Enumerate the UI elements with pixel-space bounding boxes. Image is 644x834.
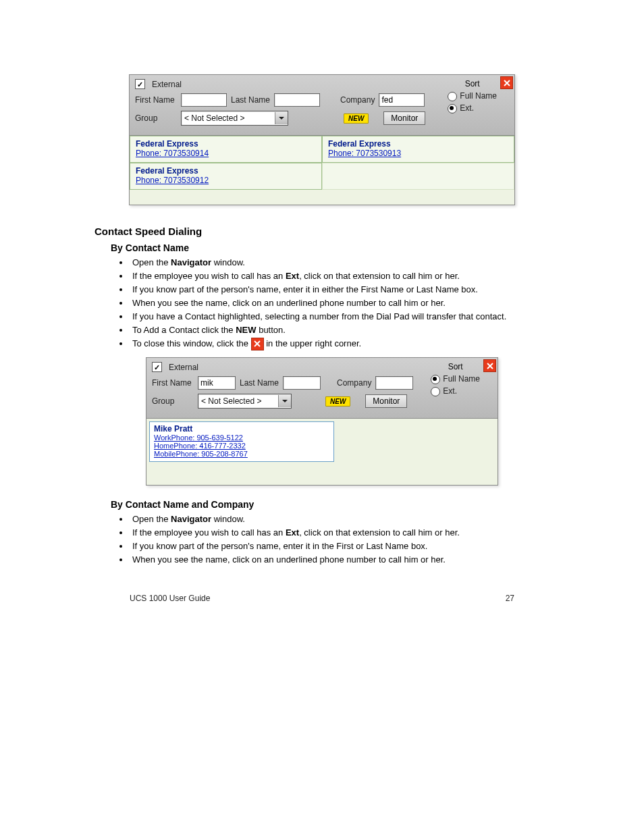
firstname-input[interactable] [181, 93, 227, 107]
bullet-list-b: Open the Navigator window. If the employ… [119, 513, 549, 567]
external-checkbox[interactable]: ✓ [135, 79, 145, 89]
phone-link[interactable]: Phone: 7073530912 [136, 176, 316, 185]
bullet-item: To Add a Contact click the NEW button. [130, 323, 549, 337]
close-icon[interactable] [500, 76, 513, 89]
bullet-item: When you see the name, click on an under… [130, 296, 549, 310]
bullet-item: Open the Navigator window. [130, 513, 549, 526]
radio-ext[interactable] [448, 104, 457, 113]
new-button[interactable]: NEW [344, 113, 369, 124]
bullet-item: If you know part of the person's name, e… [130, 283, 549, 296]
radio-ext-label: Ext. [443, 386, 457, 396]
phone-link[interactable]: Phone: 7073530914 [136, 149, 316, 158]
sort-group: Sort Full Name Ext. [431, 361, 480, 397]
navigator-panel-2: ✓ External First Name Last Name Company … [146, 357, 498, 486]
bullet-item: If you know part of the person's name, e… [130, 540, 549, 553]
firstname-label: First Name [135, 95, 177, 105]
result-title: Federal Express [136, 139, 316, 149]
lastname-input[interactable] [274, 93, 320, 107]
radio-ext[interactable] [431, 387, 440, 396]
result-title: Federal Express [328, 139, 508, 149]
external-checkbox[interactable]: ✓ [152, 362, 162, 372]
bullet-item: If you have a Contact highlighted, selec… [130, 310, 549, 323]
radio-ext-label: Ext. [460, 103, 474, 113]
sort-label: Sort [448, 78, 497, 90]
bullet-list-a: Open the Navigator window. If the employ… [119, 256, 549, 350]
page-footer: UCS 1000 User Guide 27 [130, 573, 514, 610]
footer-page: 27 [506, 594, 514, 603]
monitor-button[interactable]: Monitor [365, 394, 407, 408]
group-select[interactable]: < Not Selected > [198, 394, 292, 409]
results-pad [130, 190, 514, 205]
mobilephone-link[interactable]: MobilePhone: 905-208-8767 [154, 450, 329, 458]
external-label: External [169, 363, 198, 372]
bullet-item: If the employee you wish to call has an … [130, 269, 549, 283]
firstname-label: First Name [152, 378, 194, 388]
monitor-button[interactable]: Monitor [383, 111, 425, 125]
company-label: Company [340, 95, 375, 105]
bullet-item: To close this window, click the in the u… [130, 337, 549, 350]
navigator-panel-1: ✓ External First Name Last Name Company … [129, 74, 515, 205]
new-button[interactable]: NEW [325, 396, 350, 407]
group-select[interactable]: < Not Selected > [181, 111, 288, 126]
panel-header: ✓ External First Name Last Name Company … [146, 358, 498, 419]
close-icon[interactable] [483, 359, 496, 372]
lastname-input[interactable] [283, 376, 321, 390]
result-item[interactable]: Federal Express Phone: 7073530913 [322, 136, 514, 163]
result-item[interactable]: Federal Express Phone: 7073530912 [130, 163, 322, 190]
radio-fullname[interactable] [448, 92, 457, 101]
group-value: < Not Selected > [182, 113, 275, 123]
phone-link[interactable]: Phone: 7073530913 [328, 149, 508, 158]
heading-sub-b: By Contact Name and Company [111, 499, 549, 510]
result-card[interactable]: Mike Pratt WorkPhone: 905-639-5122 HomeP… [149, 421, 334, 462]
footer-title: UCS 1000 User Guide [130, 594, 210, 603]
company-input[interactable] [375, 376, 413, 390]
radio-fullname-label: Full Name [443, 374, 480, 384]
company-input[interactable] [379, 93, 425, 107]
close-icon [251, 338, 264, 350]
chevron-down-icon [278, 395, 291, 407]
heading-sub-a: By Contact Name [111, 242, 549, 253]
sort-label: Sort [431, 361, 480, 373]
results-grid: Federal Express Phone: 7073530914 Federa… [130, 136, 514, 190]
lastname-label: Last Name [231, 95, 270, 105]
bullet-item: Open the Navigator window. [130, 256, 549, 269]
empty-cell [322, 163, 514, 190]
lastname-label: Last Name [240, 378, 279, 388]
bullet-item: When you see the name, click on an under… [130, 553, 549, 567]
homephone-link[interactable]: HomePhone: 416-777-2332 [154, 442, 329, 450]
radio-fullname[interactable] [431, 375, 440, 384]
result-title: Federal Express [136, 166, 316, 176]
bullet-item: If the employee you wish to call has an … [130, 526, 549, 540]
group-label: Group [152, 396, 194, 406]
chevron-down-icon [275, 112, 288, 124]
result-item[interactable]: Federal Express Phone: 7073530914 [130, 136, 322, 163]
sort-group: Sort Full Name Ext. [448, 78, 497, 114]
result-title: Mike Pratt [154, 424, 329, 434]
group-value: < Not Selected > [198, 396, 278, 406]
company-label: Company [337, 378, 371, 388]
workphone-link[interactable]: WorkPhone: 905-639-5122 [154, 434, 329, 442]
panel-header: ✓ External First Name Last Name Company … [130, 75, 514, 136]
heading-main: Contact Speed Dialing [95, 226, 549, 237]
radio-fullname-label: Full Name [460, 91, 497, 101]
external-label: External [152, 80, 182, 89]
group-label: Group [135, 113, 177, 123]
firstname-input[interactable] [198, 376, 236, 390]
results-area: Mike Pratt WorkPhone: 905-639-5122 HomeP… [146, 419, 498, 485]
